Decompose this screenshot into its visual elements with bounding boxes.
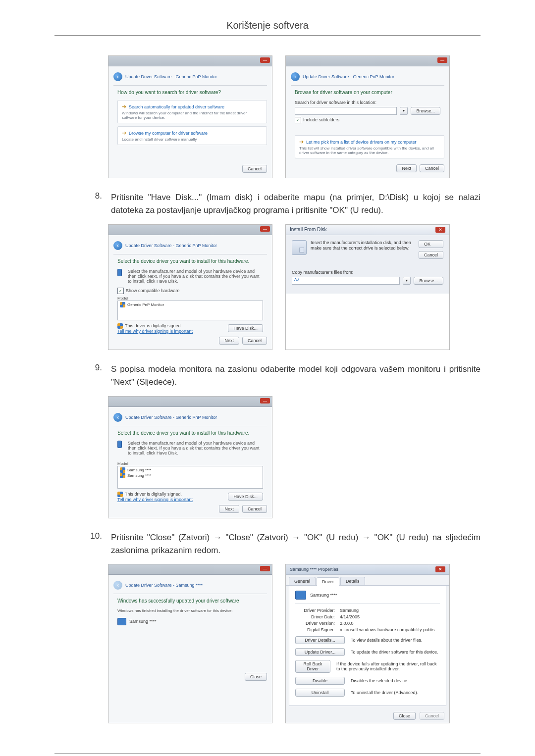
driver-signed-text: This driver is digitally signed. [125, 492, 182, 497]
option-title: Search automatically for updated driver … [129, 104, 224, 109]
screenshot-browse-location: — ‹ Update Driver Software - Generic PnP… [285, 55, 450, 178]
model-listbox[interactable]: Generic PnP Monitor [117, 301, 263, 320]
option-subtext: Windows will search your computer and th… [122, 111, 263, 120]
search-label: Search for driver software in this locat… [295, 100, 440, 105]
crop-badge: — [437, 57, 447, 63]
screenshot-search-method: — ‹ Update Driver Software - Generic PnP… [108, 55, 272, 178]
model-list-item[interactable]: Generic PnP Monitor [120, 302, 261, 307]
step-9: 9. S popisa modela monitora na zaslonu o… [84, 363, 481, 389]
cancel-button[interactable]: Cancel [242, 337, 267, 345]
tab-details[interactable]: Details [340, 577, 365, 585]
page-title: Korištenje softvera [54, 20, 481, 31]
dropdown-icon[interactable]: ▾ [400, 107, 408, 115]
show-compatible-checkbox[interactable]: ✓ [117, 288, 124, 294]
option-search-auto[interactable]: ➔Search automatically for updated driver… [117, 100, 267, 123]
next-button[interactable]: Next [219, 505, 239, 513]
cancel-button[interactable]: Cancel [419, 251, 443, 259]
option-title: Let me pick from a list of device driver… [306, 140, 417, 145]
cancel-button[interactable]: Cancel [420, 164, 444, 172]
wizard-subtext: Select the manufacturer and model of you… [128, 441, 263, 455]
step-8: 8. Pritisnite "Have Disk..." (Imam disk)… [84, 191, 481, 217]
include-subfolders-checkbox[interactable]: ✓ [295, 117, 301, 123]
cancel-button: Cancel [420, 712, 444, 720]
wizard-heading: Select the device driver you want to ins… [117, 258, 267, 264]
signing-info-link[interactable]: Tell me why driver signing is important [117, 497, 193, 502]
back-icon[interactable]: ‹ [113, 241, 122, 250]
close-button[interactable]: Close [393, 712, 416, 720]
shield-icon [117, 323, 123, 329]
monitor-icon [117, 618, 126, 625]
model-list-item[interactable]: Samsung **** [120, 467, 261, 473]
copy-path-input[interactable]: A:\ [292, 277, 400, 285]
back-icon: ‹ [113, 581, 122, 590]
have-disk-button[interactable]: Have Disk... [228, 493, 263, 501]
driver-details-button[interactable]: Driver Details... [295, 636, 345, 644]
device-name: Samsung **** [310, 593, 337, 598]
back-icon[interactable]: ‹ [113, 72, 122, 81]
step-text: Pritisnite "Have Disk..." (Imam disk) i … [111, 191, 481, 217]
crop-badge: — [260, 566, 270, 571]
close-icon[interactable]: ✕ [435, 227, 445, 233]
wizard-subtext: Windows has finished installing the driv… [117, 608, 263, 613]
value-date: 4/14/2005 [340, 614, 360, 619]
ok-button[interactable]: OK [419, 240, 443, 248]
wizard-breadcrumb: Update Driver Software - Generic PnP Mon… [125, 415, 217, 420]
dialog-title: Install From Disk [290, 227, 326, 232]
wizard-subtext: Select the manufacturer and model of you… [128, 269, 263, 284]
wizard-heading: Select the device driver you want to ins… [117, 430, 267, 436]
tab-driver[interactable]: Driver [317, 577, 339, 586]
crop-badge: — [260, 57, 270, 63]
back-icon[interactable]: ‹ [291, 72, 300, 81]
browse-button[interactable]: Browse... [411, 107, 440, 115]
partial-window-top: — [108, 56, 272, 66]
title-rule [54, 35, 481, 36]
show-compatible-label: Show compatible hardware [126, 288, 180, 293]
wizard-breadcrumb: Update Driver Software - Generic PnP Mon… [125, 74, 217, 79]
browse-button[interactable]: Browse... [414, 277, 443, 285]
cancel-button[interactable]: Cancel [242, 505, 267, 513]
disk-icon [292, 240, 307, 255]
wizard-breadcrumb: Update Driver Software - Samsung **** [125, 583, 203, 588]
shield-icon [120, 473, 125, 478]
uninstall-button[interactable]: Uninstall [295, 689, 345, 697]
value-version: 2.0.0.0 [340, 621, 354, 626]
rollback-driver-desc: If the device fails after updating the d… [336, 661, 440, 671]
rollback-driver-button[interactable]: Roll Back Driver [295, 660, 330, 673]
wizard-breadcrumb: Update Driver Software - Generic PnP Mon… [303, 74, 394, 79]
wizard-heading: Windows has successfully updated your dr… [117, 598, 267, 604]
value-provider: Samsung [340, 608, 359, 613]
have-disk-button[interactable]: Have Disk... [228, 324, 263, 332]
monitor-icon [295, 591, 306, 600]
update-driver-button[interactable]: Update Driver... [295, 648, 345, 656]
option-pick-from-list[interactable]: ➔Let me pick from a list of device drive… [295, 135, 444, 158]
driver-details-desc: To view details about the driver files. [351, 638, 423, 643]
dropdown-icon[interactable]: ▾ [403, 277, 411, 285]
wizard-heading: How do you want to search for driver sof… [117, 90, 267, 95]
monitor-icon [117, 269, 122, 276]
model-list-item[interactable]: Samsung **** [120, 473, 261, 478]
option-browse-computer[interactable]: ➔Browse my computer for driver software … [117, 126, 267, 145]
search-path-input[interactable] [295, 107, 397, 115]
model-column-header: Model [117, 296, 263, 301]
close-button[interactable]: Close [245, 673, 267, 681]
cancel-button[interactable]: Cancel [242, 165, 267, 173]
arrow-icon: ➔ [122, 103, 126, 110]
back-icon[interactable]: ‹ [113, 413, 122, 422]
install-message: Insert the manufacturer's installation d… [311, 240, 415, 252]
option-title: Browse my computer for driver software [129, 131, 208, 136]
label-version: Driver Version: [295, 621, 335, 626]
next-button[interactable]: Next [219, 337, 239, 345]
arrow-icon: ➔ [122, 130, 126, 136]
step-text: S popisa modela monitora na zaslonu odab… [111, 363, 481, 389]
step-text: Pritisnite "Close" (Zatvori) → "Close" (… [111, 531, 481, 557]
label-signer: Digital Signer: [295, 627, 335, 632]
disable-button[interactable]: Disable [295, 677, 345, 685]
close-icon[interactable]: ✕ [435, 566, 445, 572]
step-number: 8. [84, 191, 111, 201]
tab-general[interactable]: General [289, 577, 316, 585]
label-provider: Driver Provider: [295, 608, 335, 613]
model-listbox[interactable]: Samsung **** Samsung **** [117, 466, 263, 489]
signing-info-link[interactable]: Tell me why driver signing is important [117, 329, 193, 334]
next-button[interactable]: Next [396, 164, 417, 172]
disable-desc: Disables the selected device. [351, 678, 409, 683]
